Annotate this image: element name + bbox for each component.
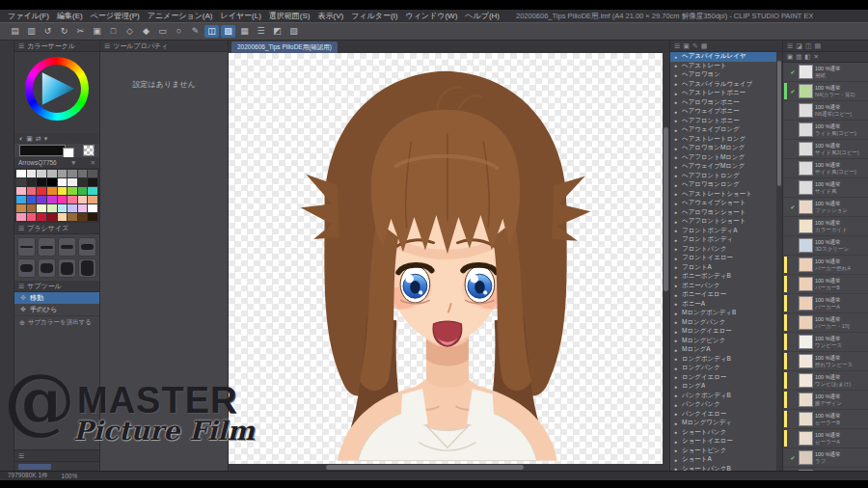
subtool-item[interactable]: ✥ 手のひら [14,304,99,315]
toolbar-icon[interactable]: ○ [172,25,186,38]
visibility-eye-icon[interactable]: ● [672,109,679,115]
panel-menu-icon[interactable]: ☰ [18,452,24,460]
visibility-eye-icon[interactable]: ● [672,347,679,353]
layer-name-row[interactable]: ● ショートA [670,455,776,465]
color-swatch[interactable] [68,187,77,195]
main-color-chip[interactable] [19,145,66,156]
toolbar-icon[interactable]: ✎ [188,25,203,38]
visibility-eye-icon[interactable]: ● [672,283,679,288]
color-swatch[interactable] [88,178,97,186]
color-swatch[interactable] [37,213,46,221]
layer-row[interactable]: 100 %通常 サイド風(コピー) [783,159,868,178]
color-swatch[interactable] [68,178,77,186]
layer-row[interactable]: 100 %通常 ライト風(コピー) [783,121,868,140]
layer-thumbnail[interactable] [799,373,813,388]
layer-name-row[interactable]: ● パンクパンク [670,400,776,410]
visibility-eye-icon[interactable]: ● [672,384,679,390]
layer-thumbnail[interactable] [799,238,813,253]
layer-row[interactable]: ✔ 100 %通常 用紙 [783,63,868,82]
layer-row[interactable]: 100 %通常 サイド風 [783,178,868,198]
layer-row[interactable]: 100 %通常 パーカー照れA [783,256,868,275]
visibility-eye-icon[interactable]: ● [672,457,679,463]
color-swatch[interactable] [58,213,68,221]
layer-row[interactable]: 100 %通常 ワンピ(おまけ) [783,371,868,391]
color-swatch[interactable] [78,170,88,177]
color-swatch[interactable] [37,170,46,177]
color-swatch[interactable] [47,178,57,186]
menu-item[interactable]: フィルター(I) [347,11,401,21]
layer-name-row[interactable]: ● ヘアロワヨンショート [670,208,776,218]
menu-item[interactable]: ページ管理(P) [87,11,144,21]
layer-name-row[interactable]: ● ロングA [670,382,776,392]
color-swatch[interactable] [68,204,77,212]
layer-name-row[interactable]: ● ヘアストレートポニー [670,89,776,98]
layer-name-row[interactable]: ● フロントボンディ [670,235,776,245]
canvas[interactable] [229,53,663,464]
check-icon[interactable]: ✔ [789,68,797,75]
layer-thumbnail[interactable] [799,258,813,272]
color-swatch[interactable] [16,187,26,195]
layer-thumbnail[interactable] [799,103,813,118]
color-swatch[interactable] [47,170,57,177]
color-swatch[interactable] [27,196,37,203]
color-swatch[interactable] [78,178,88,186]
layer-name-row[interactable]: ● ヘアロワヨンMロング [670,144,776,153]
toolbar-icon[interactable]: ▧ [286,25,301,38]
panel-menu-icon[interactable]: ☰ [18,283,24,290]
layer-name-row[interactable]: ● Mロングワンディ [670,419,776,428]
layer-name-row[interactable]: ● ヘアスパイラルウェイブ [670,80,776,90]
color-swatch[interactable] [37,196,46,203]
layer-name-row[interactable]: ● ヘアストレートロング [670,135,776,145]
layer-row[interactable]: ✔ 100 %通常 ファッション [783,198,868,217]
color-swatch[interactable] [78,187,88,195]
menu-item[interactable]: 編集(E) [53,11,87,21]
chevron-down-icon[interactable]: ▼ [70,159,76,166]
panel-menu-icon[interactable]: ☰ [18,225,24,232]
blend-mode-icon[interactable]: ◪ [796,42,802,50]
toolbar-icon[interactable]: ▥ [24,25,39,38]
layer-name-row[interactable]: ● パンクボンディB [670,392,776,401]
visibility-eye-icon[interactable]: ● [672,219,679,225]
layer-row[interactable]: 100 %通常 照れワンピース [783,352,868,371]
layer-name-row[interactable]: ● ヘアストレートショート [670,190,776,200]
visibility-eye-icon[interactable]: ● [672,329,679,335]
visibility-eye-icon[interactable]: ● [672,118,679,123]
subtool-item[interactable]: ✥ 移動 [14,292,99,304]
menu-item[interactable]: レイヤー(L) [216,11,264,21]
panel-menu-icon[interactable]: ☰ [104,42,110,50]
new-layer-icon[interactable]: ▣ [787,53,793,61]
layer-thumbnail[interactable] [799,393,813,407]
visibility-eye-icon[interactable]: ● [672,374,679,380]
document-tab[interactable]: 20200606_Tips PilloDE用(確認用) [231,41,338,53]
subtool-footer[interactable]: ⊕ サブカラーを演出する [14,315,99,329]
visibility-eye-icon[interactable]: ● [672,402,679,408]
layer-thumbnail[interactable] [799,84,813,98]
color-swatch[interactable] [16,196,26,203]
visibility-eye-icon[interactable]: ● [672,228,679,233]
color-swatch[interactable] [58,170,68,177]
layer-thumbnail[interactable] [799,431,813,446]
color-swatch[interactable] [27,187,37,195]
layer-name-row[interactable]: ● ヘアフロントMロング [670,153,776,163]
visibility-eye-icon[interactable]: ● [672,127,679,133]
lock-icon[interactable]: ▤ [815,42,822,50]
color-swatch[interactable] [78,204,88,212]
visibility-eye-icon[interactable]: ● [672,136,679,142]
color-swatch[interactable] [88,204,97,212]
visibility-eye-icon[interactable]: ● [672,201,679,206]
color-swatch[interactable] [58,187,68,195]
layer-thumbnail[interactable] [799,219,813,233]
layer-name-row[interactable]: ● ヘアフロントポニー [670,117,776,126]
layer-list-scrollbar[interactable] [776,52,782,471]
panel-menu-icon[interactable]: ☰ [674,42,680,50]
brush-size-button[interactable] [38,258,56,278]
visibility-eye-icon[interactable]: ● [672,154,679,160]
folder-icon[interactable]: ▣ [683,42,690,50]
brush-size-button[interactable] [58,237,76,257]
layer-name-row[interactable]: ● Mロングイエロー [670,327,776,337]
scrollbar-thumb[interactable] [777,61,781,186]
layer-thumbnail[interactable] [799,296,813,311]
layer-name-row[interactable]: ● ボニーイエロー [670,290,776,300]
layer-name-row[interactable]: ● ロングイエロー [670,373,776,383]
brush-size-button[interactable] [38,237,56,257]
